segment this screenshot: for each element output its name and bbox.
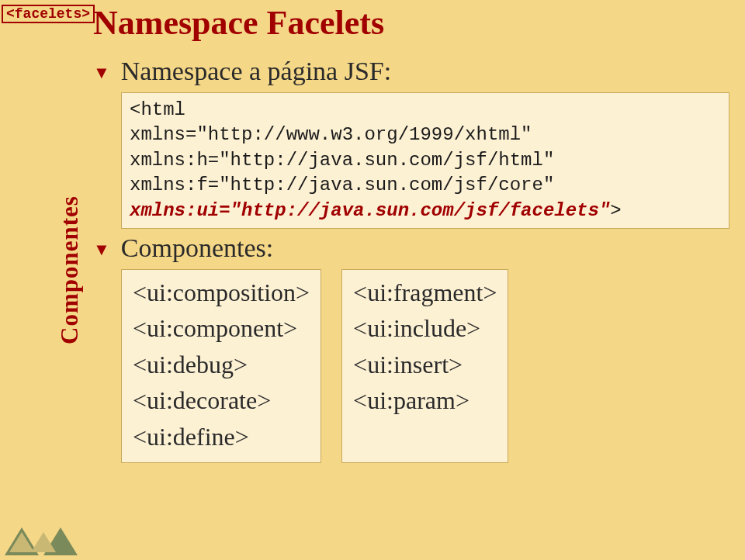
components-left-box: <ui:composition> <ui:component> <ui:debu… — [121, 269, 321, 463]
component-item: <ui:include> — [353, 310, 497, 346]
bullet-text: Namespace a página JSF: — [121, 57, 391, 86]
code-block-namespace: <html xmlns="http://www.w3.org/1999/xhtm… — [121, 92, 729, 229]
nav-arrows — [5, 527, 78, 555]
code-line: <html — [130, 98, 721, 123]
sidebar-label: Componentes — [56, 195, 84, 344]
components-right-box: <ui:fragment> <ui:include> <ui:insert> <… — [341, 269, 508, 463]
component-item: <ui:debug> — [133, 347, 310, 382]
tag-badge: <facelets> — [2, 5, 95, 23]
component-item: <ui:fragment> — [353, 275, 497, 310]
component-item: <ui:component> — [133, 310, 310, 346]
page-title: Namespace Facelets — [93, 3, 729, 43]
code-line: xmlns:ui="http://java.sun.com/jsf/facele… — [130, 199, 721, 223]
component-item: <ui:composition> — [133, 275, 310, 310]
code-line: xmlns="http://www.w3.org/1999/xhtml" — [130, 123, 721, 147]
component-item: <ui:insert> — [353, 347, 497, 382]
components-row: <ui:composition> <ui:component> <ui:debu… — [121, 269, 729, 463]
next-arrow[interactable] — [43, 527, 78, 555]
code-line: xmlns:f="http://java.sun.com/jsf/core" — [130, 173, 721, 198]
slide-content: Namespace Facelets ▼ Namespace a página … — [93, 3, 729, 463]
bullet-namespace: ▼ Namespace a página JSF: — [93, 57, 729, 86]
bullet-icon: ▼ — [93, 63, 110, 83]
component-item: <ui:decorate> — [133, 382, 310, 418]
code-highlight: xmlns:ui="http://java.sun.com/jsf/facele… — [130, 200, 610, 221]
component-item: <ui:define> — [133, 419, 310, 455]
bullet-components: ▼ Componentes: — [93, 233, 729, 263]
component-item: <ui:param> — [353, 382, 497, 418]
bullet-icon: ▼ — [93, 240, 110, 260]
bullet-text: Componentes: — [121, 233, 273, 263]
code-line: xmlns:h="http://java.sun.com/jsf/html" — [130, 148, 721, 173]
